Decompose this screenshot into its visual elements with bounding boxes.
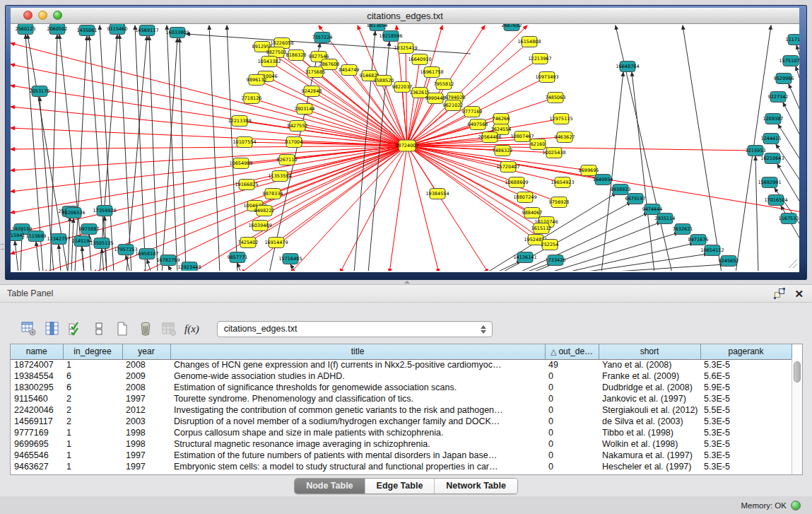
table-cell[interactable]: Nakamura et al. (1997) <box>599 450 700 461</box>
table-cell[interactable]: 5.5E-5 <box>700 404 792 416</box>
table-cell[interactable]: 2003 <box>122 416 170 427</box>
table-row[interactable]: 946554611997Estimation of the future num… <box>11 450 792 461</box>
graph-node[interactable]: 7357224 <box>312 33 333 43</box>
network-canvas[interactable]: 1822605889129549827503105433828186328982… <box>11 24 799 272</box>
table-cell[interactable]: 0 <box>545 416 599 427</box>
table-cell[interactable]: 1998 <box>122 427 170 438</box>
graph-node[interactable]: 16640910 <box>408 54 431 65</box>
table-cell[interactable]: 5.3E-5 <box>700 427 792 438</box>
column-header-in_degree[interactable]: in_degree <box>63 344 122 359</box>
table-row[interactable]: 946362711997Embryonic stem cells: a mode… <box>11 461 792 472</box>
graph-node[interactable]: 12213967 <box>528 54 551 64</box>
graph-node[interactable]: 10107554 <box>233 137 256 148</box>
table-cell[interactable]: de Silva et al. (2003) <box>599 416 700 427</box>
column-header-name[interactable]: name <box>11 344 63 359</box>
table-cell[interactable]: 0 <box>545 461 599 472</box>
graph-node[interactable]: 17359928 <box>93 206 116 216</box>
graph-node[interactable]: 2718126 <box>242 93 262 104</box>
graph-node[interactable]: 9242848 <box>302 86 322 97</box>
table-cell[interactable]: Corpus callosum shape and size in male p… <box>170 427 545 438</box>
graph-edge[interactable] <box>192 146 407 271</box>
float-window-icon[interactable] <box>774 288 786 300</box>
table-cell[interactable]: 9699695 <box>11 438 63 450</box>
column-header-out_de[interactable]: △out_de… <box>545 344 599 359</box>
table-row[interactable]: 2242004622012Investigating the contribut… <box>11 404 792 416</box>
graph-node[interactable]: 18325419 <box>394 43 417 54</box>
graph-node[interactable]: 9115460 <box>107 24 128 35</box>
graph-edge[interactable] <box>209 25 220 271</box>
graph-node[interactable]: 16039489 <box>248 221 271 231</box>
column-header-title[interactable]: title <box>170 344 545 359</box>
table-cell[interactable]: 5.6E-5 <box>700 370 792 382</box>
select-rows-icon[interactable] <box>68 321 83 337</box>
table-cell[interactable]: Investigating the contribution of common… <box>170 404 545 416</box>
table-cell[interactable]: 0 <box>545 450 599 461</box>
graph-edge[interactable] <box>68 217 70 271</box>
graph-node[interactable]: 9463627 <box>555 132 575 143</box>
table-cell[interactable]: Yano et al. (2008) <box>599 359 700 370</box>
table-cell[interactable]: 2 <box>63 393 122 404</box>
graph-node[interactable]: 817004 <box>286 137 303 148</box>
table-cell[interactable]: 22420046 <box>11 404 63 416</box>
table-cell[interactable]: 1998 <box>122 438 170 450</box>
column-header-pagerank[interactable]: pagerank <box>700 344 792 359</box>
graph-node[interactable]: 1145194 <box>72 236 93 247</box>
column-header-year[interactable]: year <box>122 344 170 359</box>
table-row[interactable]: 1456911722003Disruption of a novel membe… <box>11 416 792 427</box>
graph-node[interactable]: 1588520 <box>374 76 394 86</box>
graph-node[interactable]: 10654112 <box>700 245 724 256</box>
graph-node[interactable]: 16914479 <box>264 238 288 248</box>
graph-node[interactable]: 16961758 <box>420 67 443 78</box>
delete-column-icon[interactable] <box>138 321 153 337</box>
graph-edge[interactable] <box>796 66 799 119</box>
table-cell[interactable]: 1 <box>63 438 122 450</box>
graph-node[interactable]: 3215953 <box>746 146 766 156</box>
table-cell[interactable]: 9463627 <box>11 461 63 472</box>
node-table-header[interactable]: namein_degreeyeartitle△out_de…shortpager… <box>11 344 792 359</box>
graph-node[interactable]: 16154808 <box>517 37 541 47</box>
graph-node[interactable]: 19384554 <box>425 189 449 199</box>
table-cell[interactable]: Disruption of a novel member of a sodium… <box>170 416 545 427</box>
graph-node[interactable]: 10688609 <box>505 177 528 188</box>
graph-node[interactable]: 1115689 <box>26 231 47 242</box>
graph-node[interactable]: 252254 <box>541 240 559 250</box>
table-cell[interactable]: 2008 <box>122 359 170 370</box>
graph-node[interactable]: 2935114 <box>655 214 676 224</box>
graph-node[interactable]: 2687682 <box>502 24 522 31</box>
graph-node[interactable]: 9884067 <box>522 208 543 218</box>
table-cell[interactable]: 0 <box>545 393 599 404</box>
graph-node[interactable]: 9498222 <box>254 206 275 216</box>
table-cell[interactable]: 2 <box>63 416 122 427</box>
table-cell[interactable]: 0 <box>545 404 599 416</box>
graph-edge[interactable] <box>11 146 407 149</box>
graph-edge[interactable] <box>11 146 407 213</box>
graph-node[interactable]: 7425402 <box>238 238 259 248</box>
table-cell[interactable]: 19384554 <box>11 370 63 382</box>
graph-edge[interactable] <box>578 254 708 271</box>
table-cell[interactable]: 18724007 <box>11 359 63 370</box>
network-window[interactable]: citations_edges.txt 18226058891295498275… <box>5 5 807 280</box>
table-cell[interactable]: 9777169 <box>11 427 63 438</box>
graph-edge[interactable] <box>40 97 54 271</box>
table-cell[interactable]: 5.3E-5 <box>700 450 792 461</box>
graph-edge[interactable] <box>227 25 237 271</box>
graph-node[interactable]: 1733426 <box>546 255 566 266</box>
graph-node[interactable]: 7486322 <box>493 146 513 156</box>
table-cell[interactable]: 1 <box>63 359 122 370</box>
table-cell[interactable]: 5.3E-5 <box>700 393 792 404</box>
graph-node[interactable]: 2060502 <box>47 24 68 35</box>
graph-node[interactable]: 19654923 <box>551 177 574 188</box>
table-cell[interactable]: Genome-wide association studies in ADHD. <box>170 370 545 382</box>
column-header-short[interactable]: short <box>599 344 700 359</box>
table-cell[interactable]: 2012 <box>122 404 170 416</box>
graph-node[interactable]: 9529966 <box>774 74 794 84</box>
table-row[interactable]: 969969511998Structural magnetic resonanc… <box>11 438 792 450</box>
graph-edge[interactable] <box>237 263 241 271</box>
table-cell[interactable]: 5.9E-5 <box>700 382 792 393</box>
table-cell[interactable]: 0 <box>545 370 599 382</box>
table-cell[interactable]: 0 <box>545 438 599 450</box>
graph-node[interactable]: 9699695 <box>579 165 599 176</box>
table-row[interactable]: 911546021997Tourette syndrome. Phenomeno… <box>11 393 792 404</box>
table-cell[interactable]: 2 <box>63 404 122 416</box>
table-cell[interactable]: Embryonic stem cells: a model to study s… <box>170 461 545 472</box>
